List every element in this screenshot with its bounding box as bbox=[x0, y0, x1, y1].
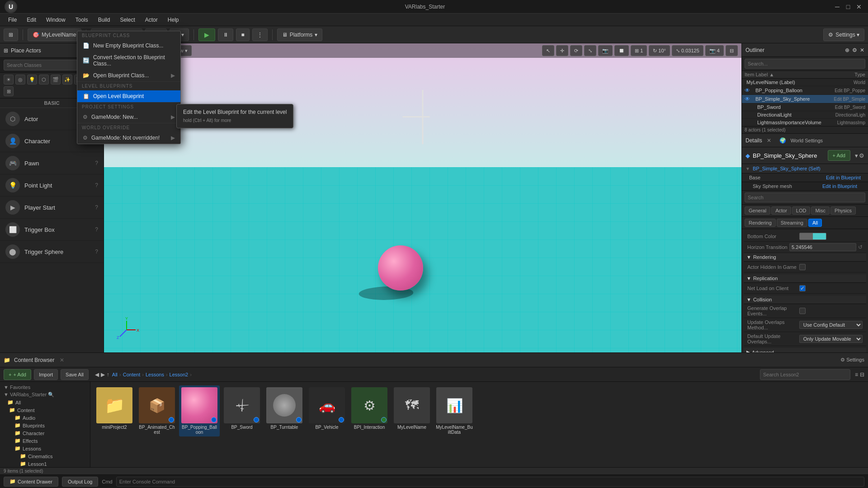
cb-import-btn[interactable]: Import bbox=[34, 369, 58, 380]
net-load-checkbox[interactable]: ✓ bbox=[799, 285, 806, 291]
filter-tab-streaming[interactable]: Streaming bbox=[777, 219, 807, 227]
menu-help[interactable]: Help bbox=[163, 15, 184, 25]
viewport[interactable]: Perspective ▾ Lit ▾ Show ▾ ↖ ✛ ⟳ ⤡ 📷 🔲 ⊞… bbox=[104, 43, 741, 352]
cb-asset-turntable[interactable]: BP_Turntable bbox=[264, 385, 305, 436]
platforms-btn[interactable]: 🖥 Platforms ▾ bbox=[277, 28, 323, 41]
menu-window[interactable]: Window bbox=[42, 15, 70, 25]
actor-item-player-start[interactable]: ▶ Player Start ? bbox=[0, 197, 104, 219]
outliner-item-5[interactable]: LightmassImportanceVolume LightmassImp bbox=[742, 119, 868, 126]
vp-grid-btn[interactable]: ⊞ 1 bbox=[631, 45, 647, 56]
cb-nav-up-btn[interactable]: ↑ bbox=[107, 371, 109, 378]
vp-select-btn[interactable]: ↖ bbox=[542, 45, 554, 56]
cb-add-btn[interactable]: + + Add bbox=[4, 369, 31, 380]
vp-rotation-btn[interactable]: ↻ 10° bbox=[649, 45, 670, 56]
filter-tab-all[interactable]: All bbox=[808, 219, 822, 227]
cb-varlabs-section[interactable]: ▼ VARlabs_Starter 🔍 bbox=[0, 391, 90, 399]
vp-layout-btn[interactable]: ⊟ bbox=[726, 45, 738, 56]
actor-help-point-light[interactable]: ? bbox=[95, 182, 98, 188]
cb-breadcrumb-all[interactable]: All bbox=[112, 372, 118, 377]
stop-btn[interactable]: ■ bbox=[236, 28, 249, 41]
dropdown-gamemode-new[interactable]: ⚙ GameMode: New... ▶ bbox=[77, 111, 180, 123]
more-btn[interactable]: ⋮ bbox=[252, 28, 268, 41]
cb-breadcrumb-lesson2[interactable]: Lesson2 bbox=[170, 372, 189, 377]
cb-breadcrumb-content[interactable]: Content bbox=[123, 372, 141, 377]
details-options-btn[interactable]: ▾ bbox=[855, 152, 858, 159]
menu-edit[interactable]: Edit bbox=[22, 15, 41, 25]
vp-scale-btn[interactable]: ⤡ bbox=[584, 45, 596, 56]
settings-btn[interactable]: ⚙ Settings ▾ bbox=[823, 28, 864, 41]
outliner-add-btn[interactable]: ⊕ bbox=[845, 47, 849, 53]
cb-view-btn[interactable]: ⊟ bbox=[860, 371, 864, 378]
vp-scale2-btn[interactable]: ⤡ 0.03125 bbox=[672, 45, 703, 56]
content-browser-close-btn[interactable]: ✕ bbox=[60, 357, 64, 363]
horizon-value[interactable] bbox=[789, 243, 856, 251]
actor-item-point-light[interactable]: 💡 Point Light ? bbox=[0, 174, 104, 197]
cb-asset-levelname[interactable]: 🗺 MyLevelName bbox=[392, 385, 432, 436]
maximize-btn[interactable]: □ bbox=[844, 2, 853, 11]
menu-tools[interactable]: Tools bbox=[71, 15, 93, 25]
outliner-search-input[interactable] bbox=[745, 59, 865, 69]
filter-basic[interactable]: ◎ bbox=[15, 75, 25, 84]
outliner-col-name[interactable]: Item Label ▲ bbox=[745, 72, 854, 77]
actor-item-trigger-box[interactable]: ⬜ Trigger Box ? bbox=[0, 219, 104, 241]
vp-camera-speed-btn[interactable]: 📷 4 bbox=[705, 45, 724, 56]
cb-asset-chest[interactable]: 📦 BP_Animated_Chest bbox=[137, 385, 177, 436]
cb-asset-miniproject2[interactable]: 📁 miniProject2 bbox=[94, 385, 135, 436]
cb-asset-vehicle[interactable]: 🚗 BP_Vehicle bbox=[307, 385, 347, 436]
filter-tab-physics[interactable]: Physics bbox=[830, 206, 856, 215]
output-log-btn[interactable]: Output Log bbox=[62, 477, 98, 487]
actor-help-trigger-box[interactable]: ? bbox=[95, 226, 98, 233]
vp-move-btn[interactable]: ✛ bbox=[556, 45, 568, 56]
vp-camera-btn[interactable]: 📷 bbox=[598, 45, 613, 56]
cb-favorites-section[interactable]: ▼ Favorites bbox=[0, 384, 90, 391]
pause-btn[interactable]: ⏸ bbox=[218, 28, 233, 41]
outliner-col-type[interactable]: Type bbox=[854, 72, 865, 77]
content-browser-settings-btn[interactable]: ⚙ Settings bbox=[840, 357, 864, 363]
actor-help-player-start[interactable]: ? bbox=[95, 204, 98, 211]
cb-tree-content[interactable]: 📁 Content bbox=[0, 406, 90, 414]
cb-breadcrumb-lessons[interactable]: Lessons bbox=[146, 372, 164, 377]
filter-tab-actor[interactable]: Actor bbox=[771, 206, 791, 215]
cb-tree-audio[interactable]: 📁 Audio bbox=[0, 414, 90, 422]
menu-actor[interactable]: Actor bbox=[141, 15, 162, 25]
dropdown-new-blueprint[interactable]: 📄 New Empty Blueprint Class... bbox=[77, 40, 180, 52]
filter-effects[interactable]: ✨ bbox=[62, 75, 72, 84]
expand-icon[interactable]: ▼ bbox=[745, 166, 750, 171]
cb-asset-sword[interactable]: ⚔ BP_Sword bbox=[222, 385, 262, 436]
cb-tree-lessons[interactable]: 📁 Lessons bbox=[0, 445, 90, 452]
cmd-input[interactable] bbox=[116, 477, 864, 487]
actor-hidden-checkbox[interactable] bbox=[799, 264, 806, 270]
filter-tab-rendering[interactable]: Rendering bbox=[745, 219, 776, 227]
outliner-item-0[interactable]: MyLevelName (Label) World bbox=[742, 79, 868, 86]
overlap-events-checkbox[interactable] bbox=[799, 308, 806, 314]
cb-nav-back-btn[interactable]: ◀ bbox=[95, 371, 99, 378]
cb-asset-balloon[interactable]: BP_Popping_Balloon bbox=[179, 385, 220, 436]
cb-tree-effects[interactable]: 📁 Effects bbox=[0, 437, 90, 445]
outliner-item-3[interactable]: BP_Sword Edit BP_Sword bbox=[742, 103, 868, 111]
cb-tree-blueprints[interactable]: 📁 Blueprints bbox=[0, 422, 90, 429]
rendering-header[interactable]: ▼ Rendering bbox=[744, 253, 866, 262]
outliner-settings-btn[interactable]: ⚙ bbox=[852, 47, 857, 53]
menu-file[interactable]: File bbox=[4, 15, 21, 25]
filter-all[interactable]: ☀ bbox=[4, 75, 14, 84]
cb-asset-interaction[interactable]: ⚙ BPI_Interaction bbox=[349, 385, 390, 436]
content-drawer-btn[interactable]: 📁 Content Drawer bbox=[4, 477, 58, 487]
eye-icon-1[interactable]: 👁 bbox=[745, 87, 750, 94]
advanced-header[interactable]: ▶ Advanced bbox=[744, 348, 866, 352]
details-search-input[interactable] bbox=[745, 192, 865, 202]
world-settings-label[interactable]: World Settings bbox=[791, 138, 823, 143]
place-actors-btn[interactable]: ⊞ bbox=[4, 28, 18, 41]
close-btn[interactable]: ✕ bbox=[854, 2, 863, 11]
actor-help-pawn[interactable]: ? bbox=[95, 160, 98, 166]
eye-icon-2[interactable]: 👁 bbox=[745, 96, 750, 102]
cb-save-all-btn[interactable]: Save All bbox=[61, 369, 89, 380]
outliner-item-1[interactable]: 👁 BP_Popping_Balloon Edit BP_Poppe bbox=[742, 86, 868, 95]
menu-build[interactable]: Build bbox=[94, 15, 115, 25]
collision-header[interactable]: ▼ Collision bbox=[744, 296, 866, 304]
vp-snapping-btn[interactable]: 🔲 bbox=[614, 45, 629, 56]
update-overlaps-select[interactable]: Use Config Default bbox=[799, 321, 863, 329]
outliner-close-btn[interactable]: ✕ bbox=[860, 47, 864, 53]
filter-all2[interactable]: ⊞ bbox=[4, 86, 14, 96]
dropdown-gamemode-override[interactable]: ⚙ GameMode: Not overridden! ▶ bbox=[77, 132, 180, 144]
cb-tree-character[interactable]: 📁 Character bbox=[0, 429, 90, 437]
